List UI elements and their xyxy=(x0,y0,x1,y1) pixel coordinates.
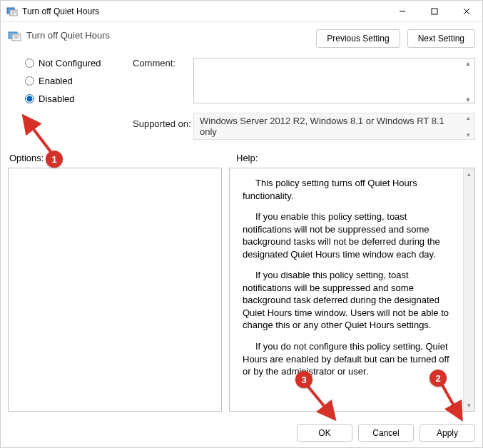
radio-disabled[interactable]: Disabled xyxy=(25,93,133,104)
next-setting-button[interactable]: Next Setting xyxy=(407,29,475,48)
help-label: Help: xyxy=(229,153,258,163)
radio-enabled-input[interactable] xyxy=(25,76,34,86)
supported-on-value: Windows Server 2012 R2, Windows 8.1 or W… xyxy=(200,116,462,137)
help-text-3: If you disable this policy setting, toas… xyxy=(243,269,454,332)
dialog-window: Turn off Quiet Hours Turn off Quiet Hour… xyxy=(0,0,483,448)
app-icon xyxy=(6,6,18,17)
options-panel xyxy=(8,168,222,412)
minimize-button[interactable] xyxy=(386,1,418,21)
annotation-step-3: 3 xyxy=(295,371,312,388)
supported-on-field: Windows Server 2012 R2, Windows 8.1 or W… xyxy=(193,113,475,140)
svg-rect-4 xyxy=(12,34,21,41)
help-text-1: This policy setting turns off Quiet Hour… xyxy=(243,177,454,202)
maximize-button[interactable] xyxy=(418,1,450,21)
radio-not-configured-input[interactable] xyxy=(25,58,34,68)
scroll-up-icon[interactable]: ▴ xyxy=(464,168,474,180)
comment-scroll-down-icon[interactable]: ▼ xyxy=(464,97,472,103)
config-row: Not Configured Enabled Disabled Comment: xyxy=(8,58,475,140)
options-label: Options: xyxy=(8,153,229,163)
svg-rect-2 xyxy=(432,9,437,14)
help-text-4: If you do not configure this policy sett… xyxy=(243,340,454,378)
supported-on-label: Supported on: xyxy=(133,113,193,140)
policy-icon xyxy=(8,29,22,42)
radio-disabled-label: Disabled xyxy=(39,93,75,104)
radio-not-configured[interactable]: Not Configured xyxy=(25,58,133,68)
footer: OK Cancel Apply xyxy=(1,419,482,447)
annotation-step-1: 1 xyxy=(46,151,63,168)
scroll-down-icon[interactable]: ▾ xyxy=(464,399,474,411)
radio-disabled-input[interactable] xyxy=(25,94,34,103)
radio-enabled[interactable]: Enabled xyxy=(25,76,133,86)
comment-label: Comment: xyxy=(133,58,193,106)
policy-title: Turn off Quiet Hours xyxy=(26,29,110,42)
supported-scroll-up-icon[interactable]: ▴ xyxy=(464,115,472,121)
previous-setting-button[interactable]: Previous Setting xyxy=(316,29,400,48)
window-controls xyxy=(386,1,482,21)
ok-button[interactable]: OK xyxy=(297,424,352,442)
radio-not-configured-label: Not Configured xyxy=(39,58,101,68)
header-row: Turn off Quiet Hours Previous Setting Ne… xyxy=(8,29,475,48)
comment-input[interactable] xyxy=(193,58,475,103)
titlebar: Turn off Quiet Hours xyxy=(1,1,482,22)
help-text-2: If you enable this policy setting, toast… xyxy=(243,210,454,260)
comment-scroll-up-icon[interactable]: ▲ xyxy=(464,61,472,66)
apply-button[interactable]: Apply xyxy=(420,424,475,442)
panel-labels: Options: Help: xyxy=(8,153,475,163)
radio-enabled-label: Enabled xyxy=(39,76,73,86)
supported-scroll-down-icon[interactable]: ▾ xyxy=(464,132,472,138)
annotation-step-2: 2 xyxy=(429,370,447,387)
cancel-button[interactable]: Cancel xyxy=(358,424,414,442)
close-button[interactable] xyxy=(450,1,482,21)
panels-row: This policy setting turns off Quiet Hour… xyxy=(8,168,475,412)
content-area: Turn off Quiet Hours Previous Setting Ne… xyxy=(1,22,482,419)
window-title: Turn off Quiet Hours xyxy=(22,6,99,16)
help-scrollbar[interactable]: ▴ ▾ xyxy=(463,168,474,411)
radio-group: Not Configured Enabled Disabled xyxy=(8,58,133,140)
